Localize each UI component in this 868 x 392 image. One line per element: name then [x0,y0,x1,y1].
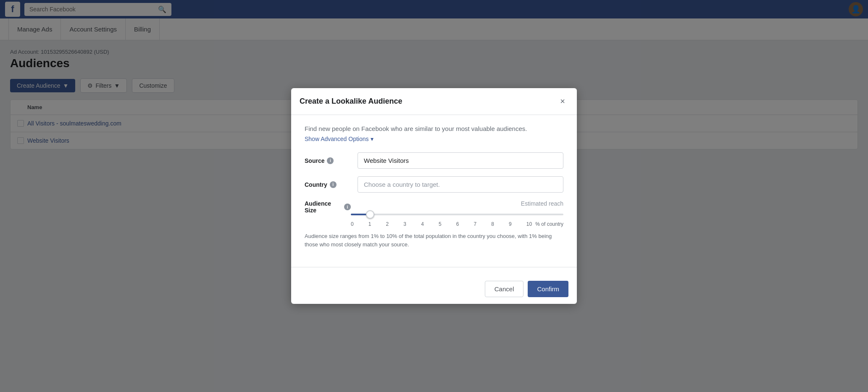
modal-subtitle: Find new people on Facebook who are simi… [305,125,563,132]
chevron-down-icon: ▾ [371,136,374,142]
source-input[interactable] [358,152,563,158]
source-label: Source i [305,157,351,158]
modal-close-button[interactable]: × [557,95,568,108]
modal-title: Create a Lookalike Audience [300,97,402,106]
lookalike-audience-modal: Create a Lookalike Audience × Find new p… [291,88,577,158]
modal-body: Find new people on Facebook who are simi… [291,115,577,158]
source-form-row: Source i [305,152,563,158]
modal-header: Create a Lookalike Audience × [291,88,577,115]
close-icon: × [560,97,565,106]
modal-overlay: Create a Lookalike Audience × Find new p… [0,0,868,158]
source-info-icon[interactable]: i [327,157,334,158]
show-advanced-options-link[interactable]: Show Advanced Options ▾ [305,136,374,142]
